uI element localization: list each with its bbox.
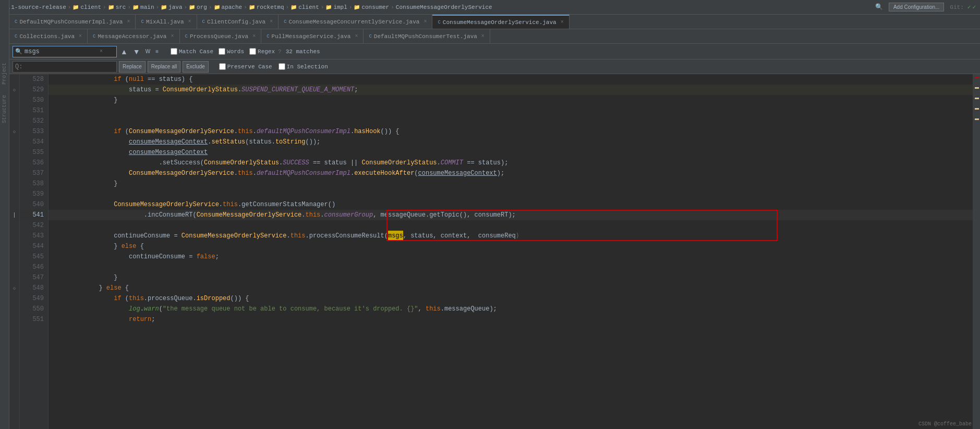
tab-close-icon5[interactable]: ×	[561, 19, 564, 25]
search-filter-button[interactable]: ≡	[154, 49, 160, 54]
code-line-542	[49, 220, 980, 231]
code-line-538: }	[49, 178, 980, 189]
warning-mark-3	[975, 108, 979, 110]
folder-icon10: 📁	[354, 4, 360, 10]
regex-label[interactable]: Regex	[249, 48, 275, 55]
match-case-label[interactable]: Match Case	[171, 48, 213, 55]
search-input[interactable]	[25, 48, 98, 55]
folder-icon8: 📁	[291, 4, 297, 10]
tab-messageaccessor[interactable]: C MessageAccessor.java ×	[88, 29, 179, 43]
java-file-icon6: C	[15, 34, 17, 39]
code-line-547: }	[49, 272, 980, 283]
in-selection-checkbox[interactable]	[279, 63, 285, 70]
tab-close-icon7[interactable]: ×	[171, 33, 174, 39]
bookmark-icon2: ◇	[13, 129, 16, 135]
tab-mixall[interactable]: C MixAll.java ×	[136, 15, 197, 29]
breadcrumb-project: 9.1-source-release	[4, 4, 66, 10]
code-line-551: return;	[49, 314, 980, 325]
folder-icon2: 📁	[108, 4, 114, 10]
tab-close-icon9[interactable]: ×	[355, 33, 358, 39]
code-line-548: } else {	[49, 283, 980, 293]
java-file-icon: C	[15, 19, 17, 25]
bookmark-icon: ◇	[13, 87, 16, 93]
tab-close-icon2[interactable]: ×	[188, 19, 191, 25]
java-file-icon2: C	[141, 19, 143, 25]
code-line-531	[49, 105, 980, 116]
folder-icon7: 📁	[249, 4, 255, 10]
preserve-case-checkbox[interactable]	[219, 63, 226, 70]
search-bar: 🔍 × ▲ ▼ W ≡ Match Case Words Regex ? 32 …	[9, 44, 980, 59]
code-line-543: continueConsume = ConsumeMessageOrderlyS…	[49, 231, 980, 241]
tab-pullmessageservice[interactable]: C PullMessageService.java ×	[261, 29, 364, 43]
regex-help-icon: ?	[278, 49, 282, 55]
match-count: 32 matches	[286, 49, 320, 55]
search-word-button[interactable]: W	[144, 49, 152, 54]
java-file-icon9: C	[267, 34, 269, 39]
warning-mark-2	[975, 98, 979, 99]
replace-button[interactable]: Replace	[119, 61, 146, 73]
words-checkbox[interactable]	[219, 48, 225, 55]
breadcrumb-class: ConsumeMessageOrderlyService	[396, 4, 492, 10]
search-match-highlight: msgs	[388, 231, 403, 241]
tab-close-icon6[interactable]: ×	[79, 33, 82, 39]
search-next-button[interactable]: ▼	[131, 47, 142, 56]
java-file-icon8: C	[185, 34, 188, 39]
tab-consumemessageorderly[interactable]: C ConsumeMessageOrderlyService.java ×	[432, 15, 569, 29]
code-line-532	[49, 116, 980, 126]
sidebar-structure-label[interactable]: Structure	[2, 95, 7, 123]
code-line-536: .setSuccess(ConsumeOrderlyStatus.SUCCESS…	[49, 158, 980, 168]
code-line-534: consumeMessageContext.setStatus(status.t…	[49, 137, 980, 147]
tab-close-icon10[interactable]: ×	[481, 33, 485, 39]
preserve-case-label[interactable]: Preserve Case	[219, 63, 272, 70]
replace-input[interactable]	[15, 63, 109, 70]
warning-mark-1	[975, 87, 979, 89]
folder-icon9: 📁	[325, 4, 332, 10]
folder-icon: 📁	[72, 4, 79, 10]
words-label[interactable]: Words	[219, 48, 244, 55]
java-file-icon4: C	[284, 19, 286, 25]
tab-defaultmqpushconsumertest[interactable]: C DefaultMQPushConsumerTest.java ×	[364, 29, 490, 43]
folder-icon6: 📁	[214, 4, 220, 10]
tab-processqueue[interactable]: C ProcessQueue.java ×	[180, 29, 262, 43]
tab-collections[interactable]: C Collections.java ×	[9, 29, 88, 43]
tab-close-icon[interactable]: ×	[127, 19, 130, 25]
folder-icon4: 📁	[161, 4, 167, 10]
tabs-row-1: C DefaultMQPushConsumerImpl.java × C Mix…	[9, 15, 980, 29]
sidebar-project-label[interactable]: Project	[2, 63, 7, 85]
code-line-541: .incConsumeRT(ConsumeMessageOrderlyServi…	[49, 210, 980, 220]
tab-clientconfig[interactable]: C ClientConfig.java ×	[197, 15, 279, 29]
folder-icon5: 📁	[189, 4, 195, 10]
tab-consumemessageconcurrently[interactable]: C ConsumeMessageConcurrentlyService.java…	[279, 15, 432, 29]
code-editor[interactable]: if (null == status) { status = ConsumeOr…	[49, 74, 980, 429]
gutter: ◇ ◇ | ◇	[9, 74, 20, 429]
add-configuration-button[interactable]: Add Configuration...	[889, 3, 944, 11]
code-line-549: if (this.processQueue.isDropped()) {	[49, 293, 980, 304]
code-line-530: }	[49, 95, 980, 105]
error-mark-1	[975, 77, 979, 78]
code-line-537: ConsumeMessageOrderlyService.this.defaul…	[49, 168, 980, 178]
java-file-icon7: C	[93, 34, 95, 39]
replace-all-button[interactable]: Replace all	[148, 61, 180, 73]
tab-close-icon4[interactable]: ×	[424, 19, 427, 25]
tabs-row-2: C Collections.java × C MessageAccessor.j…	[9, 29, 980, 44]
tab-close-icon3[interactable]: ×	[270, 19, 273, 25]
exclude-button[interactable]: Exclude	[183, 61, 209, 73]
cursor-indicator: |	[13, 212, 16, 218]
code-line-546	[49, 262, 980, 272]
regex-checkbox[interactable]	[249, 48, 256, 55]
left-sidebar: Project Structure	[0, 0, 9, 429]
code-line-528: if (null == status) {	[49, 74, 980, 85]
replace-bar: Replace Replace all Exclude Preserve Cas…	[9, 59, 980, 74]
code-line-545: continueConsume = false;	[49, 252, 980, 262]
search-prev-button[interactable]: ▲	[119, 47, 129, 56]
clear-search-icon[interactable]: ×	[100, 49, 103, 54]
tab-close-icon8[interactable]: ×	[252, 33, 256, 39]
watermark: CSDN @coffee_babe	[918, 421, 972, 427]
match-case-checkbox[interactable]	[171, 48, 177, 55]
search-input-wrap: 🔍 ×	[13, 46, 117, 57]
line-numbers: 528 529 530 531 532 533 534 535 536 537 …	[20, 74, 49, 429]
tab-defaultmqpushconsumerimpl[interactable]: C DefaultMQPushConsumerImpl.java ×	[9, 15, 136, 29]
main-code-area: ◇ ◇ | ◇ 528 529 530 531 532 533 534 535 …	[9, 74, 980, 429]
replace-input-wrap	[13, 61, 117, 73]
in-selection-label[interactable]: In Selection	[279, 63, 328, 70]
